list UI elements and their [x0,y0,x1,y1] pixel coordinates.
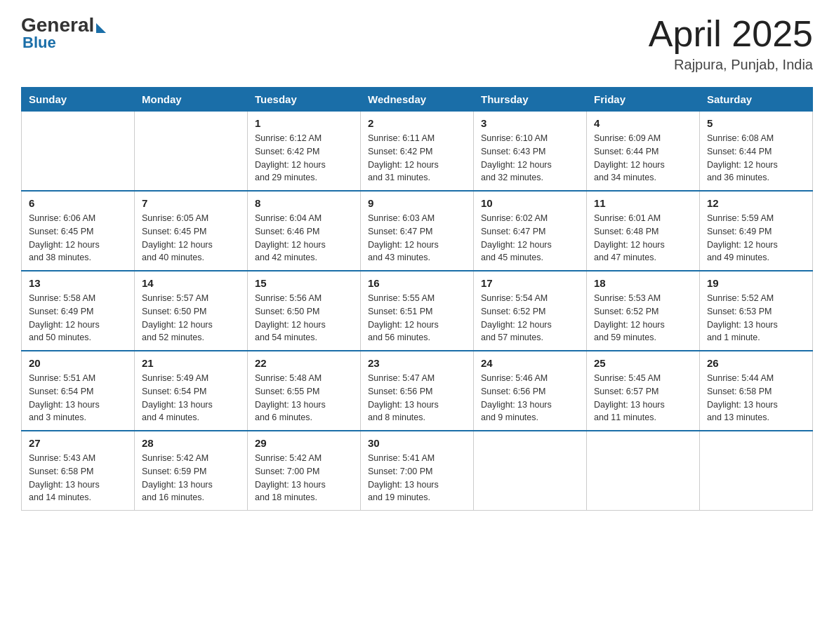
day-number: 13 [29,277,127,289]
day-number: 14 [142,277,240,289]
day-number: 30 [368,437,466,449]
calendar-cell: 10Sunrise: 6:02 AMSunset: 6:47 PMDayligh… [474,191,587,271]
day-number: 11 [594,197,692,209]
month-year-title: April 2025 [649,14,813,54]
logo-arrow-icon [96,23,106,33]
page-header: General Blue April 2025 Rajpura, Punjab,… [21,14,813,73]
day-info: Sunrise: 5:52 AMSunset: 6:53 PMDaylight:… [707,292,805,344]
calendar-cell: 21Sunrise: 5:49 AMSunset: 6:54 PMDayligh… [135,351,248,431]
day-number: 4 [594,117,692,129]
day-info: Sunrise: 5:47 AMSunset: 6:56 PMDaylight:… [368,372,466,424]
calendar-week-row: 13Sunrise: 5:58 AMSunset: 6:49 PMDayligh… [22,271,813,351]
calendar-cell: 9Sunrise: 6:03 AMSunset: 6:47 PMDaylight… [361,191,474,271]
calendar-cell: 17Sunrise: 5:54 AMSunset: 6:52 PMDayligh… [474,271,587,351]
calendar-cell [135,112,248,192]
day-number: 15 [255,277,353,289]
calendar-cell: 27Sunrise: 5:43 AMSunset: 6:58 PMDayligh… [22,431,135,511]
header-friday: Friday [587,88,700,112]
day-info: Sunrise: 5:51 AMSunset: 6:54 PMDaylight:… [29,372,127,424]
calendar-cell: 12Sunrise: 5:59 AMSunset: 6:49 PMDayligh… [700,191,813,271]
logo: General Blue [21,14,106,52]
day-number: 6 [29,197,127,209]
day-info: Sunrise: 5:48 AMSunset: 6:55 PMDaylight:… [255,372,353,424]
day-info: Sunrise: 5:59 AMSunset: 6:49 PMDaylight:… [707,212,805,264]
day-number: 23 [368,357,466,369]
day-info: Sunrise: 6:01 AMSunset: 6:48 PMDaylight:… [594,212,692,264]
calendar-header-row: SundayMondayTuesdayWednesdayThursdayFrid… [22,88,813,112]
day-info: Sunrise: 5:49 AMSunset: 6:54 PMDaylight:… [142,372,240,424]
header-wednesday: Wednesday [361,88,474,112]
calendar-cell [700,431,813,511]
day-number: 10 [481,197,579,209]
calendar-cell: 29Sunrise: 5:42 AMSunset: 7:00 PMDayligh… [248,431,361,511]
day-info: Sunrise: 5:43 AMSunset: 6:58 PMDaylight:… [29,452,127,504]
day-number: 8 [255,197,353,209]
calendar-cell: 26Sunrise: 5:44 AMSunset: 6:58 PMDayligh… [700,351,813,431]
day-number: 24 [481,357,579,369]
day-number: 25 [594,357,692,369]
calendar-cell: 3Sunrise: 6:10 AMSunset: 6:43 PMDaylight… [474,112,587,192]
day-number: 17 [481,277,579,289]
header-monday: Monday [135,88,248,112]
calendar-cell: 8Sunrise: 6:04 AMSunset: 6:46 PMDaylight… [248,191,361,271]
day-number: 20 [29,357,127,369]
header-thursday: Thursday [474,88,587,112]
calendar-cell: 18Sunrise: 5:53 AMSunset: 6:52 PMDayligh… [587,271,700,351]
day-info: Sunrise: 5:42 AMSunset: 6:59 PMDaylight:… [142,452,240,504]
day-info: Sunrise: 5:45 AMSunset: 6:57 PMDaylight:… [594,372,692,424]
calendar-cell: 16Sunrise: 5:55 AMSunset: 6:51 PMDayligh… [361,271,474,351]
calendar-cell: 28Sunrise: 5:42 AMSunset: 6:59 PMDayligh… [135,431,248,511]
day-number: 22 [255,357,353,369]
header-saturday: Saturday [700,88,813,112]
location-subtitle: Rajpura, Punjab, India [649,57,813,73]
day-info: Sunrise: 5:54 AMSunset: 6:52 PMDaylight:… [481,292,579,344]
day-info: Sunrise: 5:46 AMSunset: 6:56 PMDaylight:… [481,372,579,424]
day-info: Sunrise: 6:08 AMSunset: 6:44 PMDaylight:… [707,132,805,185]
day-info: Sunrise: 5:44 AMSunset: 6:58 PMDaylight:… [707,372,805,424]
day-info: Sunrise: 6:05 AMSunset: 6:45 PMDaylight:… [142,212,240,264]
day-number: 26 [707,357,805,369]
day-info: Sunrise: 6:02 AMSunset: 6:47 PMDaylight:… [481,212,579,264]
day-number: 16 [368,277,466,289]
day-info: Sunrise: 6:06 AMSunset: 6:45 PMDaylight:… [29,212,127,264]
calendar-cell: 22Sunrise: 5:48 AMSunset: 6:55 PMDayligh… [248,351,361,431]
calendar-cell: 13Sunrise: 5:58 AMSunset: 6:49 PMDayligh… [22,271,135,351]
day-info: Sunrise: 5:55 AMSunset: 6:51 PMDaylight:… [368,292,466,344]
calendar-week-row: 27Sunrise: 5:43 AMSunset: 6:58 PMDayligh… [22,431,813,511]
day-number: 2 [368,117,466,129]
calendar-cell [587,431,700,511]
day-info: Sunrise: 6:12 AMSunset: 6:42 PMDaylight:… [255,132,353,185]
day-info: Sunrise: 6:11 AMSunset: 6:42 PMDaylight:… [368,132,466,185]
day-info: Sunrise: 5:57 AMSunset: 6:50 PMDaylight:… [142,292,240,344]
calendar-cell: 24Sunrise: 5:46 AMSunset: 6:56 PMDayligh… [474,351,587,431]
header-sunday: Sunday [22,88,135,112]
day-number: 29 [255,437,353,449]
calendar-table: SundayMondayTuesdayWednesdayThursdayFrid… [21,87,813,511]
day-info: Sunrise: 6:10 AMSunset: 6:43 PMDaylight:… [481,132,579,185]
calendar-cell [474,431,587,511]
day-number: 3 [481,117,579,129]
day-number: 5 [707,117,805,129]
day-info: Sunrise: 5:41 AMSunset: 7:00 PMDaylight:… [368,452,466,504]
calendar-cell: 5Sunrise: 6:08 AMSunset: 6:44 PMDaylight… [700,112,813,192]
calendar-cell [22,112,135,192]
title-block: April 2025 Rajpura, Punjab, India [649,14,813,73]
calendar-cell: 1Sunrise: 6:12 AMSunset: 6:42 PMDaylight… [248,112,361,192]
day-info: Sunrise: 6:09 AMSunset: 6:44 PMDaylight:… [594,132,692,185]
calendar-cell: 30Sunrise: 5:41 AMSunset: 7:00 PMDayligh… [361,431,474,511]
day-number: 27 [29,437,127,449]
calendar-cell: 25Sunrise: 5:45 AMSunset: 6:57 PMDayligh… [587,351,700,431]
day-info: Sunrise: 6:04 AMSunset: 6:46 PMDaylight:… [255,212,353,264]
calendar-cell: 15Sunrise: 5:56 AMSunset: 6:50 PMDayligh… [248,271,361,351]
calendar-cell: 11Sunrise: 6:01 AMSunset: 6:48 PMDayligh… [587,191,700,271]
day-number: 9 [368,197,466,209]
day-info: Sunrise: 5:42 AMSunset: 7:00 PMDaylight:… [255,452,353,504]
calendar-cell: 4Sunrise: 6:09 AMSunset: 6:44 PMDaylight… [587,112,700,192]
calendar-cell: 19Sunrise: 5:52 AMSunset: 6:53 PMDayligh… [700,271,813,351]
calendar-cell: 23Sunrise: 5:47 AMSunset: 6:56 PMDayligh… [361,351,474,431]
calendar-week-row: 6Sunrise: 6:06 AMSunset: 6:45 PMDaylight… [22,191,813,271]
day-info: Sunrise: 6:03 AMSunset: 6:47 PMDaylight:… [368,212,466,264]
calendar-cell: 14Sunrise: 5:57 AMSunset: 6:50 PMDayligh… [135,271,248,351]
calendar-cell: 2Sunrise: 6:11 AMSunset: 6:42 PMDaylight… [361,112,474,192]
day-info: Sunrise: 5:56 AMSunset: 6:50 PMDaylight:… [255,292,353,344]
